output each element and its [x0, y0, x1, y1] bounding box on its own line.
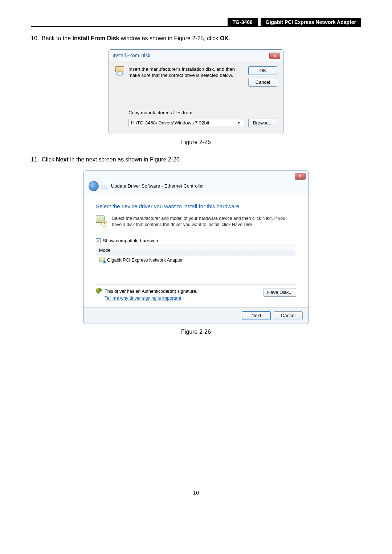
ok-button[interactable]: OK	[248, 66, 277, 75]
show-compatible-checkbox[interactable]	[96, 238, 101, 243]
hardware-icon: ?	[96, 216, 107, 226]
install-from-disk-dialog: Install From Disk x Insert the manufactu…	[109, 49, 283, 134]
browse-button[interactable]: Browse...	[248, 119, 277, 127]
model-item-label: Gigabit PCI Express Network Adapter	[107, 257, 183, 264]
model-listbox[interactable]: Model Gigabit PCI Express Network Adapte…	[96, 246, 296, 284]
cancel-button[interactable]: Cancel	[274, 311, 303, 320]
update-driver-dialog: x ← Update Driver Software - Ethernet Co…	[83, 171, 309, 324]
header-model: TG-3468	[228, 18, 258, 26]
document-header: TG-3468 Gigabit PCI Express Network Adap…	[31, 18, 361, 27]
model-list-item[interactable]: Gigabit PCI Express Network Adapter	[96, 255, 296, 284]
step11-bold1: Next	[56, 156, 69, 163]
authenticode-text: This driver has an Authenticode(tm) sign…	[105, 288, 197, 295]
step10-text-c: .	[229, 35, 230, 41]
back-button[interactable]: ←	[89, 181, 99, 191]
dialog-title: Install From Disk	[113, 52, 150, 59]
have-disk-button[interactable]: Have Disk...	[264, 288, 296, 297]
disk-icon	[115, 66, 125, 77]
header-product: Gigabit PCI Express Network Adapter	[261, 18, 361, 26]
show-compatible-label: Show compatible hardware	[103, 237, 160, 245]
close-button[interactable]: x	[295, 173, 306, 180]
shield-icon	[96, 288, 102, 294]
figure-caption-1: Figure 2-25	[31, 138, 361, 147]
step10-text-b: window as shown in Figure 2-25, click	[119, 35, 220, 41]
step10-bold2: OK	[220, 35, 229, 41]
back-arrow-icon: ←	[91, 182, 96, 190]
model-column-header: Model	[96, 246, 296, 255]
wizard-heading: Select the device driver you want to ins…	[96, 202, 296, 211]
step-number: 10.	[31, 34, 42, 43]
page-number: 16	[31, 489, 361, 497]
network-adapter-icon	[99, 258, 105, 263]
step11-text-b: in the next screen as shown in Figure 2-…	[69, 156, 181, 163]
step-number: 11.	[31, 155, 42, 164]
cancel-button[interactable]: Cancel	[248, 78, 277, 87]
wizard-instruction: Select the manufacturer and model of you…	[112, 216, 296, 228]
driver-signing-link[interactable]: Tell me why driver signing is important	[105, 295, 197, 302]
step10-text-a: Back to the	[42, 35, 73, 41]
chevron-down-icon: ▼	[237, 120, 241, 126]
step-11: 11. Click Next in the next screen as sho…	[31, 155, 361, 164]
wizard-title: Update Driver Software - Ethernet Contro…	[111, 182, 204, 190]
path-value: H:\TG-3468\ Drivers\Windows 7 32bit	[131, 119, 209, 127]
next-button[interactable]: Next	[242, 311, 271, 320]
step10-bold1: Install From Disk	[73, 35, 119, 41]
step-10: 10. Back to the Install From Disk window…	[31, 34, 361, 43]
copy-from-label: Copy manufacturer's files from:	[128, 109, 277, 116]
dialog-message: Insert the manufacturer's installation d…	[128, 66, 242, 79]
figure-caption-2: Figure 2-26	[31, 328, 361, 336]
close-button[interactable]: x	[269, 53, 280, 59]
device-icon	[102, 183, 108, 189]
path-combobox[interactable]: H:\TG-3468\ Drivers\Windows 7 32bit ▼	[128, 119, 243, 127]
step11-text-a: Click	[42, 156, 56, 163]
